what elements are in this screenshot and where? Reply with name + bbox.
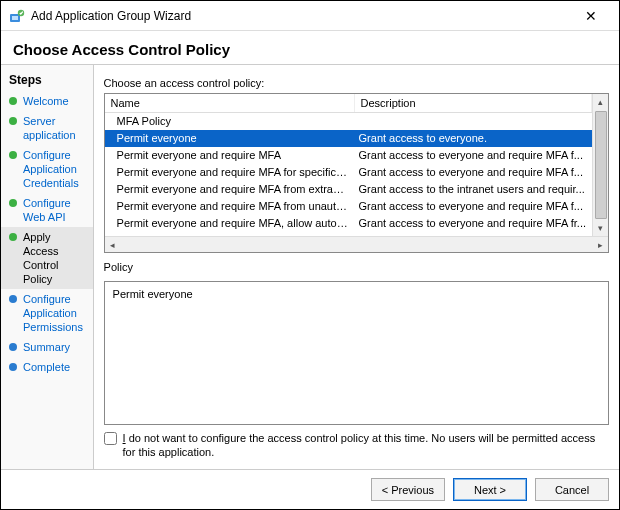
column-name[interactable]: Name bbox=[105, 94, 355, 112]
policy-description-cell: Grant access to the intranet users and r… bbox=[355, 181, 592, 198]
page-title: Choose Access Control Policy bbox=[13, 41, 607, 58]
cancel-button[interactable]: Cancel bbox=[535, 478, 609, 501]
step-item[interactable]: Summary bbox=[1, 337, 93, 357]
app-icon bbox=[9, 8, 25, 24]
step-label: Summary bbox=[23, 340, 70, 354]
scroll-down-icon[interactable]: ▾ bbox=[593, 220, 608, 236]
step-label: Configure Application Permissions bbox=[23, 292, 87, 334]
policy-row[interactable]: Permit everyoneGrant access to everyone. bbox=[105, 130, 592, 147]
step-bullet-icon bbox=[9, 363, 17, 371]
column-description[interactable]: Description bbox=[355, 94, 592, 112]
steps-pane: Steps WelcomeServer applicationConfigure… bbox=[1, 65, 94, 469]
policy-row[interactable]: Permit everyone and require MFA, allow a… bbox=[105, 215, 592, 232]
wizard-window: Add Application Group Wizard ✕ Choose Ac… bbox=[0, 0, 620, 510]
choose-policy-label: Choose an access control policy: bbox=[104, 77, 609, 89]
policy-description-cell: Grant access to everyone. bbox=[355, 130, 592, 147]
listview-header: Name Description bbox=[105, 94, 592, 113]
policy-row[interactable]: MFA Policy bbox=[105, 113, 592, 130]
policy-row[interactable]: Permit everyone and require MFA from ext… bbox=[105, 181, 592, 198]
scroll-up-icon[interactable]: ▴ bbox=[593, 94, 608, 110]
policy-name-cell: MFA Policy bbox=[105, 113, 355, 130]
step-bullet-icon bbox=[9, 233, 17, 241]
step-bullet-icon bbox=[9, 151, 17, 159]
opt-out-label: I do not want to configure the access co… bbox=[123, 431, 609, 459]
policy-row[interactable]: Permit everyone and require MFAGrant acc… bbox=[105, 147, 592, 164]
horizontal-scrollbar[interactable]: ◂ ▸ bbox=[105, 236, 608, 252]
step-bullet-icon bbox=[9, 97, 17, 105]
step-item[interactable]: Server application bbox=[1, 111, 93, 145]
opt-out-row[interactable]: I do not want to configure the access co… bbox=[104, 431, 609, 459]
policy-description-cell: Grant access to everyone and require MFA… bbox=[355, 198, 592, 215]
scroll-thumb[interactable] bbox=[595, 111, 607, 219]
step-item[interactable]: Configure Web API bbox=[1, 193, 93, 227]
page-header: Choose Access Control Policy bbox=[1, 31, 619, 64]
vertical-scrollbar[interactable]: ▴ ▾ bbox=[592, 94, 608, 236]
step-label: Server application bbox=[23, 114, 87, 142]
policy-name-cell: Permit everyone and require MFA bbox=[105, 147, 355, 164]
titlebar: Add Application Group Wizard ✕ bbox=[1, 1, 619, 31]
scroll-left-icon[interactable]: ◂ bbox=[105, 237, 121, 252]
window-title: Add Application Group Wizard bbox=[31, 9, 571, 23]
steps-heading: Steps bbox=[1, 69, 93, 91]
policy-label: Policy bbox=[104, 261, 609, 273]
policy-description-cell: Grant access to everyone and require MFA… bbox=[355, 164, 592, 181]
policy-preview-text: Permit everyone bbox=[113, 288, 193, 300]
step-item[interactable]: Complete bbox=[1, 357, 93, 377]
step-item[interactable]: Welcome bbox=[1, 91, 93, 111]
step-bullet-icon bbox=[9, 295, 17, 303]
policy-listview[interactable]: Name Description MFA PolicyPermit everyo… bbox=[104, 93, 609, 253]
svg-rect-1 bbox=[12, 16, 18, 20]
policy-name-cell: Permit everyone and require MFA for spec… bbox=[105, 164, 355, 181]
wizard-body: Steps WelcomeServer applicationConfigure… bbox=[1, 64, 619, 469]
policy-description-cell bbox=[355, 113, 592, 130]
step-item[interactable]: Configure Application Credentials bbox=[1, 145, 93, 193]
main-pane: Choose an access control policy: Name De… bbox=[94, 65, 619, 469]
button-row: < Previous Next > Cancel bbox=[1, 469, 619, 509]
step-bullet-icon bbox=[9, 343, 17, 351]
policy-preview: Permit everyone bbox=[104, 281, 609, 425]
next-button[interactable]: Next > bbox=[453, 478, 527, 501]
opt-out-checkbox[interactable] bbox=[104, 432, 117, 445]
policy-description-cell: Grant access to everyone and require MFA… bbox=[355, 147, 592, 164]
step-item[interactable]: Apply Access Control Policy bbox=[1, 227, 93, 289]
policy-name-cell: Permit everyone and require MFA from una… bbox=[105, 198, 355, 215]
previous-button[interactable]: < Previous bbox=[371, 478, 445, 501]
step-bullet-icon bbox=[9, 117, 17, 125]
policy-description-cell: Grant access to everyone and require MFA… bbox=[355, 215, 592, 232]
step-bullet-icon bbox=[9, 199, 17, 207]
step-item[interactable]: Configure Application Permissions bbox=[1, 289, 93, 337]
policy-name-cell: Permit everyone and require MFA, allow a… bbox=[105, 215, 355, 232]
scroll-right-icon[interactable]: ▸ bbox=[592, 237, 608, 252]
policy-name-cell: Permit everyone and require MFA from ext… bbox=[105, 181, 355, 198]
step-label: Complete bbox=[23, 360, 70, 374]
policy-name-cell: Permit everyone bbox=[105, 130, 355, 147]
policy-row[interactable]: Permit everyone and require MFA for spec… bbox=[105, 164, 592, 181]
close-button[interactable]: ✕ bbox=[571, 8, 611, 24]
step-label: Welcome bbox=[23, 94, 69, 108]
step-label: Apply Access Control Policy bbox=[23, 230, 87, 286]
policy-row[interactable]: Permit everyone and require MFA from una… bbox=[105, 198, 592, 215]
step-label: Configure Application Credentials bbox=[23, 148, 87, 190]
step-label: Configure Web API bbox=[23, 196, 87, 224]
